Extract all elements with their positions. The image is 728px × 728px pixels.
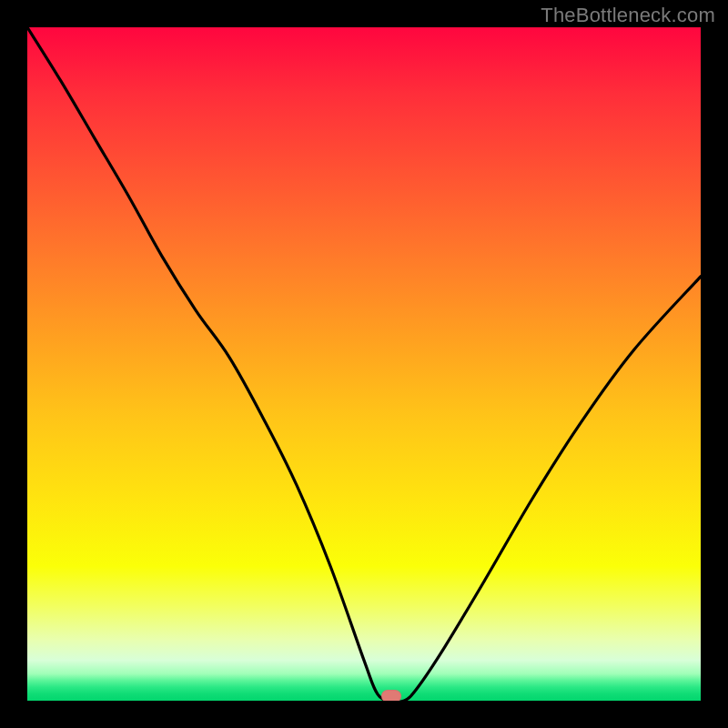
chart-frame: TheBottleneck.com [0,0,728,728]
plot-area [27,27,701,701]
bottleneck-curve [27,27,701,701]
optimal-marker [381,690,401,701]
watermark-text: TheBottleneck.com [541,4,715,27]
